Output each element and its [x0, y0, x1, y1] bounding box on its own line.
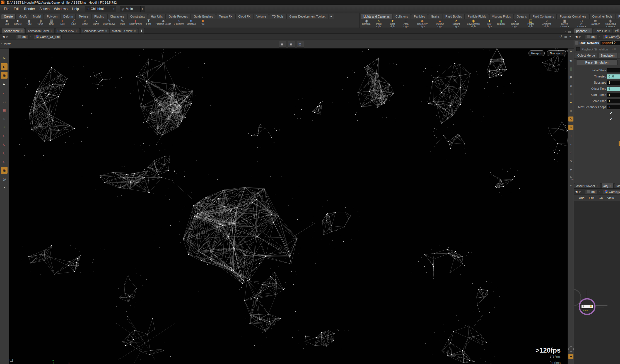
- tab-close-icon[interactable]: ×: [597, 185, 599, 188]
- shelf-tool-stereo-camera[interactable]: ▣Stereo Camera: [555, 19, 574, 28]
- shelf-tab-texture[interactable]: Texture: [76, 14, 91, 19]
- shelf-tool-metaball[interactable]: ∞Metaball: [185, 19, 197, 25]
- shelf-tab-collisions[interactable]: Collisions: [393, 14, 411, 19]
- menu-windows[interactable]: Windows: [52, 7, 70, 11]
- shelf-tab-guide-process[interactable]: Guide Process: [166, 14, 191, 19]
- snap-grid-magnet-icon[interactable]: ∪: [1, 158, 8, 165]
- select-points-icon[interactable]: ∴: [1, 89, 8, 96]
- shelf-tool-environment-light[interactable]: ◉Environment Light: [464, 19, 483, 28]
- shelf-tool-spray-paint[interactable]: ▮Spray Paint: [128, 19, 143, 25]
- forward-arrow-icon[interactable]: ▶: [6, 35, 8, 38]
- shelf-tool-path[interactable]: ✎Path: [117, 19, 128, 25]
- tab-close-icon[interactable]: ×: [588, 30, 590, 33]
- shelf-tool-gi-light[interactable]: ▮GI Light: [496, 19, 507, 25]
- menu-help[interactable]: Help: [70, 7, 81, 11]
- shelf-tab-item[interactable]: +: [329, 14, 334, 19]
- shelf-tab-particles[interactable]: Particles: [411, 14, 428, 19]
- view-pivot-icon[interactable]: ◎: [1, 176, 8, 182]
- shelf-tab-hair-utils[interactable]: Hair Utils: [148, 14, 166, 19]
- shelf-tab-deform[interactable]: Deform: [61, 14, 76, 19]
- tab-take-list[interactable]: Take List×: [593, 28, 612, 33]
- shelf-tool-geometry-light[interactable]: ◆Geometry Light: [413, 19, 432, 28]
- select-geometry-icon[interactable]: ◉: [1, 72, 8, 79]
- shelf-tool-spot-light[interactable]: ▼Spot Light: [386, 19, 399, 28]
- param-field-start-frame[interactable]: 1: [607, 93, 620, 97]
- path-menu-icon[interactable]: ▾: [569, 35, 571, 38]
- shelf-tab-lights-and-cameras[interactable]: Lights and Cameras: [361, 14, 392, 19]
- camera-selector[interactable]: No cam▼: [547, 50, 566, 56]
- tab-motion-fx-view[interactable]: Motion FX View×: [110, 28, 138, 33]
- shelf-tab-create[interactable]: Create: [1, 14, 16, 19]
- shelf-tool-ambient-light[interactable]: ○Ambient Light: [538, 19, 555, 28]
- lasso-select-icon[interactable]: ◌: [1, 115, 8, 122]
- shelf-tab-rigid-bodies[interactable]: Rigid Bodies: [443, 14, 465, 19]
- shelf-tab-game-development-toolset[interactable]: Game Development Toolset: [286, 14, 328, 19]
- net-crumb-obj[interactable]: obj: [585, 189, 597, 194]
- view-ring-icon[interactable]: ○: [568, 91, 573, 96]
- viewport-layout-single-icon[interactable]: ⊞▾: [279, 41, 286, 48]
- param-field-offset-time[interactable]: 0: [607, 87, 620, 91]
- shelf-tool-gamepad-camera[interactable]: ◉Gamepad Camera: [601, 19, 620, 28]
- param-checkbox-checked[interactable]: ✔: [610, 111, 612, 115]
- shelf-tab-characters[interactable]: Characters: [107, 14, 127, 19]
- shelf-tool-line[interactable]: ╱Line: [68, 19, 79, 25]
- tab-close-icon[interactable]: ×: [608, 30, 610, 33]
- net-menu-add[interactable]: Add: [579, 196, 585, 200]
- tab-close-icon[interactable]: ×: [134, 30, 136, 33]
- net-menu-view[interactable]: View: [607, 196, 614, 200]
- shelf-tab-container-tools[interactable]: Container Tools: [589, 14, 615, 19]
- pane-split-icon[interactable]: ▥: [617, 29, 619, 32]
- tab-obj[interactable]: /obj×: [601, 183, 614, 188]
- shelf-tab-oceans[interactable]: Oceans: [514, 14, 530, 19]
- viewport-layout-split-icon[interactable]: ⊟▾: [288, 41, 295, 48]
- transform-handles-icon[interactable]: +: [1, 124, 8, 130]
- reset-simulation-button[interactable]: Reset Simulation: [576, 59, 617, 65]
- param-back-icon[interactable]: ◀: [575, 35, 577, 38]
- playback-simulation-checkbox[interactable]: [576, 47, 580, 51]
- main-view-spinner[interactable]: ▲▼: [140, 6, 144, 12]
- tab-composite-view[interactable]: Composite View×: [80, 28, 109, 33]
- shelf-tool-caustic-light[interactable]: ∿Caustic Light: [507, 19, 523, 28]
- net-menu-go[interactable]: Go: [599, 196, 603, 200]
- param-crumb-obj[interactable]: obj: [585, 34, 597, 39]
- param-field-max-feedback-loops[interactable]: 2: [607, 105, 620, 109]
- pane-maximize-icon[interactable]: ▤: [617, 34, 619, 37]
- shelf-tool-vr-camera[interactable]: ◇VR Camera: [574, 19, 589, 28]
- shelf-tab-guide-brushes[interactable]: Guide Brushes: [191, 14, 216, 19]
- menu-assets[interactable]: Assets: [37, 7, 52, 11]
- prim-markers-icon[interactable]: ◆: [568, 167, 573, 172]
- shelf-tool-curve[interactable]: ∿Curve: [90, 19, 102, 25]
- menu-render[interactable]: Render: [22, 7, 37, 11]
- shelf-tab-grains[interactable]: Grains: [428, 14, 442, 19]
- persp-view-selector[interactable]: Persp▼: [529, 50, 545, 56]
- axis-display-icon[interactable]: Y: [568, 183, 573, 188]
- shelf-tool-file[interactable]: ■File: [197, 19, 208, 25]
- tab-ma[interactable]: Ma: [614, 183, 620, 188]
- shelf-tool-area-light[interactable]: □Area Light: [399, 19, 413, 28]
- shelf-tool-draw-curve[interactable]: ✎Draw Curve: [102, 19, 117, 25]
- tab-close-icon[interactable]: ×: [105, 30, 107, 33]
- desktop-spinner[interactable]: ▲▼: [112, 6, 116, 12]
- shelf-tool-tube[interactable]: ▮Tube: [23, 19, 35, 25]
- subtab-simulation[interactable]: Simulation: [598, 53, 617, 58]
- snap-points-magnet-icon[interactable]: ∪: [1, 132, 8, 139]
- pane-float-icon[interactable]: ▫: [565, 30, 566, 33]
- shelf-tab-fluid-containers[interactable]: Fluid Containers: [530, 14, 557, 19]
- tab-close-icon[interactable]: ×: [76, 30, 78, 33]
- visibility-icon[interactable]: ◉: [568, 58, 573, 63]
- tab-close-icon[interactable]: ×: [51, 30, 52, 33]
- shelf-tab-volume[interactable]: Volume: [254, 14, 269, 19]
- subtab-object-merge[interactable]: Object Merge: [575, 53, 597, 58]
- diamond-toggle-icon[interactable]: ◇: [568, 108, 573, 113]
- tab-popnet2[interactable]: popnet2×: [574, 28, 592, 33]
- snap-corner-icon[interactable]: ❏: [9, 358, 13, 362]
- path-layout-icon[interactable]: ▦: [564, 35, 567, 38]
- select-prims-icon[interactable]: ▦: [1, 106, 8, 113]
- shelf-tool-font[interactable]: TFont: [143, 19, 154, 25]
- lamp-toggle-icon[interactable]: ●: [568, 100, 573, 105]
- select-edges-icon[interactable]: ◡: [1, 98, 8, 105]
- param-field-substeps[interactable]: 1: [607, 81, 620, 85]
- point-marker-icon[interactable]: •: [568, 142, 573, 147]
- no-cam-icon[interactable]: ⊗: [568, 83, 573, 88]
- net-back-icon[interactable]: ◀: [575, 190, 577, 193]
